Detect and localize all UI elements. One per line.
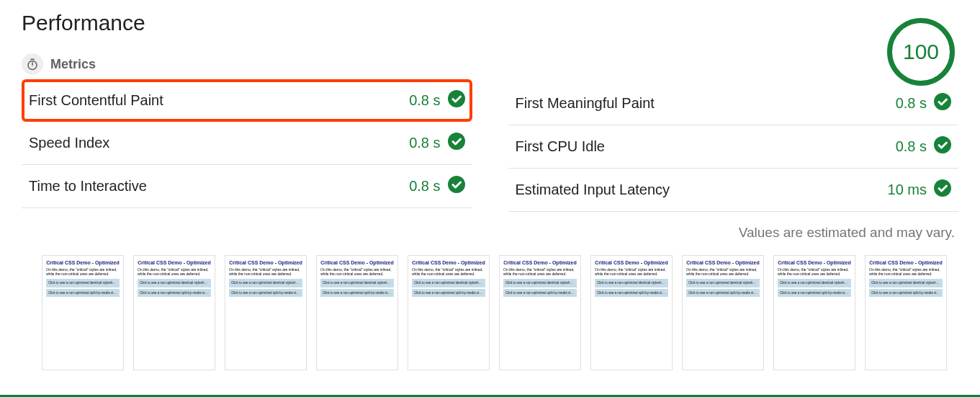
thumb-box: Click to see a non-optimized split-by-me… — [503, 289, 577, 297]
thumb-box: Click to see a non-optimized identical s… — [229, 279, 302, 287]
metric-value-wrap: 0.8 s — [409, 133, 464, 153]
metric-row[interactable]: Time to Interactive0.8 s — [22, 165, 472, 208]
thumb-box: Click to see a non-optimized split-by-me… — [869, 289, 943, 297]
thumb-box: Click to see a non-optimized split-by-me… — [229, 289, 302, 297]
metric-value-wrap: 10 ms — [888, 179, 951, 200]
filmstrip-thumbnail[interactable]: Critical CSS Demo - OptimizedOn this dem… — [499, 255, 581, 370]
filmstrip-thumbnail[interactable]: Critical CSS Demo - OptimizedOn this dem… — [42, 255, 124, 370]
svg-point-3 — [448, 90, 465, 107]
thumb-title: Critical CSS Demo - Optimized — [138, 260, 211, 266]
thumb-box: Click to see a non-optimized identical s… — [686, 279, 760, 287]
stopwatch-icon — [22, 53, 43, 75]
metric-row[interactable]: Estimated Input Latency10 ms — [508, 169, 959, 212]
svg-point-7 — [934, 136, 951, 153]
thumb-title: Critical CSS Demo - Optimized — [778, 260, 851, 266]
svg-point-5 — [448, 176, 465, 193]
thumb-title: Critical CSS Demo - Optimized — [229, 260, 302, 266]
check-icon — [448, 90, 465, 111]
thumb-title: Critical CSS Demo - Optimized — [320, 260, 394, 266]
check-icon — [934, 136, 951, 157]
metric-value-wrap: 0.8 s — [896, 136, 951, 157]
thumb-box: Click to see a non-optimized identical s… — [869, 279, 943, 287]
thumb-title: Critical CSS Demo - Optimized — [595, 260, 668, 266]
thumb-title: Critical CSS Demo - Optimized — [412, 260, 485, 266]
filmstrip-thumbnail[interactable]: Critical CSS Demo - OptimizedOn this dem… — [408, 255, 490, 370]
thumb-text: On this demo, the "critical" styles are … — [229, 268, 302, 276]
svg-point-6 — [934, 93, 951, 110]
check-icon — [934, 93, 951, 114]
estimate-note: Values are estimated and may vary. — [22, 225, 958, 241]
thumb-box: Click to see a non-optimized split-by-me… — [138, 289, 211, 297]
thumb-box: Click to see a non-optimized identical s… — [320, 279, 394, 287]
metric-value-wrap: 0.8 s — [409, 176, 464, 197]
section-title: Metrics — [50, 57, 96, 72]
thumb-title: Critical CSS Demo - Optimized — [503, 260, 577, 266]
thumb-text: On this demo, the "critical" styles are … — [686, 268, 760, 276]
metric-label: Time to Interactive — [29, 178, 147, 195]
metric-value: 0.8 s — [409, 135, 440, 151]
metric-value: 0.8 s — [896, 95, 927, 112]
svg-point-8 — [934, 179, 951, 197]
metric-value-wrap: 0.8 s — [896, 93, 951, 114]
thumb-box: Click to see a non-optimized identical s… — [46, 279, 120, 287]
thumb-text: On this demo, the "critical" styles are … — [503, 268, 577, 276]
metric-value: 0.8 s — [896, 138, 927, 155]
filmstrip-thumbnail[interactable]: Critical CSS Demo - OptimizedOn this dem… — [682, 255, 764, 370]
thumb-text: On this demo, the "critical" styles are … — [138, 268, 211, 276]
thumb-box: Click to see a non-optimized split-by-me… — [412, 289, 485, 297]
metric-label: Speed Index — [29, 135, 109, 151]
thumb-box: Click to see a non-optimized identical s… — [138, 279, 211, 287]
score-badge: 100 — [887, 18, 955, 86]
metric-value-wrap: 0.8 s — [409, 90, 464, 111]
metric-value: 0.8 s — [409, 178, 440, 195]
thumb-box: Click to see a non-optimized split-by-me… — [595, 289, 668, 297]
thumb-box: Click to see a non-optimized identical s… — [595, 279, 668, 287]
metric-value: 10 ms — [888, 182, 927, 198]
thumb-box: Click to see a non-optimized split-by-me… — [320, 289, 394, 297]
filmstrip-thumbnail[interactable]: Critical CSS Demo - OptimizedOn this dem… — [865, 255, 947, 370]
filmstrip-thumbnail[interactable]: Critical CSS Demo - OptimizedOn this dem… — [590, 255, 673, 370]
thumb-text: On this demo, the "critical" styles are … — [869, 268, 943, 276]
thumb-box: Click to see a non-optimized identical s… — [503, 279, 577, 287]
thumb-text: On this demo, the "critical" styles are … — [595, 268, 668, 276]
performance-panel: Performance 100 Metrics First Contentful… — [0, 0, 980, 378]
metric-value: 0.8 s — [409, 92, 440, 109]
metric-label: Estimated Input Latency — [516, 182, 670, 198]
filmstrip: Critical CSS Demo - OptimizedOn this dem… — [22, 255, 958, 370]
check-icon — [448, 176, 465, 197]
thumb-text: On this demo, the "critical" styles are … — [46, 268, 120, 276]
filmstrip-thumbnail[interactable]: Critical CSS Demo - OptimizedOn this dem… — [773, 255, 855, 370]
metrics-column-right: First Meaningful Paint0.8 sFirst CPU Idl… — [508, 82, 959, 212]
metric-row[interactable]: Speed Index0.8 s — [22, 122, 472, 165]
page-title: Performance — [22, 11, 958, 35]
thumb-title: Critical CSS Demo - Optimized — [46, 260, 120, 266]
thumb-text: On this demo, the "critical" styles are … — [778, 268, 851, 276]
metric-row[interactable]: First Meaningful Paint0.8 s — [508, 82, 959, 125]
check-icon — [448, 133, 465, 153]
filmstrip-thumbnail[interactable]: Critical CSS Demo - OptimizedOn this dem… — [225, 255, 307, 370]
svg-point-4 — [448, 133, 465, 150]
metric-row[interactable]: First Contentful Paint0.8 s — [22, 79, 472, 122]
thumb-box: Click to see a non-optimized split-by-me… — [778, 289, 851, 297]
metric-row[interactable]: First CPU Idle0.8 s — [508, 125, 959, 169]
metrics-column-left: First Contentful Paint0.8 sSpeed Index0.… — [22, 82, 472, 212]
thumb-box: Click to see a non-optimized identical s… — [412, 279, 485, 287]
thumb-text: On this demo, the "critical" styles are … — [320, 268, 394, 276]
thumb-text: On this demo, the "critical" styles are … — [412, 268, 485, 276]
thumb-box: Click to see a non-optimized split-by-me… — [46, 289, 120, 297]
check-icon — [934, 179, 951, 200]
filmstrip-thumbnail[interactable]: Critical CSS Demo - OptimizedOn this dem… — [316, 255, 398, 370]
thumb-title: Critical CSS Demo - Optimized — [686, 260, 760, 266]
thumb-title: Critical CSS Demo - Optimized — [869, 260, 943, 266]
thumb-box: Click to see a non-optimized identical s… — [778, 279, 851, 287]
score-value: 100 — [903, 40, 939, 64]
metric-label: First CPU Idle — [516, 138, 605, 155]
filmstrip-thumbnail[interactable]: Critical CSS Demo - OptimizedOn this dem… — [133, 255, 215, 370]
metrics-grid: First Contentful Paint0.8 sSpeed Index0.… — [22, 82, 958, 212]
thumb-box: Click to see a non-optimized split-by-me… — [686, 289, 760, 297]
metrics-section-header: Metrics — [22, 53, 958, 75]
metric-label: First Contentful Paint — [29, 92, 163, 109]
metric-label: First Meaningful Paint — [516, 95, 655, 112]
